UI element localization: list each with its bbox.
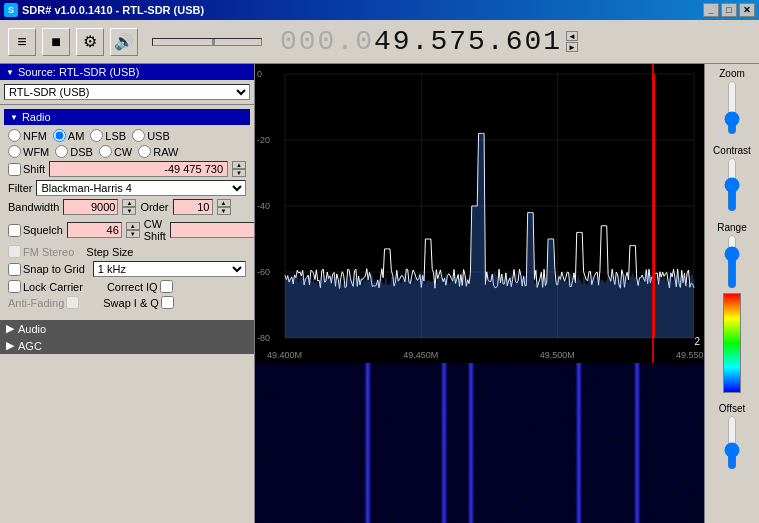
stop-icon: ■ — [51, 33, 61, 51]
order-input[interactable] — [173, 199, 213, 215]
main-area: ▼ Source: RTL-SDR (USB) RTL-SDR (USB) ▼ … — [0, 64, 759, 523]
audio-title: Audio — [18, 323, 46, 335]
anti-fading-checkbox[interactable] — [66, 296, 79, 309]
squelch-input[interactable] — [67, 222, 122, 238]
bw-spinners: ▲ ▼ — [122, 199, 136, 215]
color-scale — [723, 293, 741, 393]
toolbar: ≡ ■ ⚙ 🔊 000.049.575.601 ◄ ► — [0, 20, 759, 64]
source-select[interactable]: RTL-SDR (USB) — [4, 84, 250, 100]
app-icon: S — [4, 3, 18, 17]
dsb-option[interactable]: DSB — [55, 145, 93, 158]
range-control: Range — [717, 222, 746, 393]
usb-option[interactable]: USB — [132, 129, 170, 142]
filter-row: Filter Blackman-Harris 4 Hamming Hann — [8, 180, 246, 196]
cw-option[interactable]: CW — [99, 145, 132, 158]
snap-row: Snap to Grid 1 kHz 5 kHz 10 kHz 12.5 kHz… — [8, 261, 246, 277]
swap-iq-label[interactable]: Swap I & Q — [103, 296, 174, 309]
zoom-slider[interactable] — [723, 80, 741, 135]
source-dropdown-row: RTL-SDR (USB) — [4, 84, 250, 100]
contrast-label: Contrast — [713, 145, 751, 156]
wfm-option[interactable]: WFM — [8, 145, 49, 158]
squelch-up[interactable]: ▲ — [126, 222, 140, 230]
spectrum-and-waterfall: 2 — [255, 64, 704, 523]
shift-value[interactable]: -49 475 730 — [49, 161, 228, 177]
radio-arrow: ▼ — [10, 113, 18, 122]
freq-left-arrow[interactable]: ◄ — [566, 31, 578, 41]
freq-right-arrow[interactable]: ► — [566, 42, 578, 52]
waterfall-canvas — [255, 363, 704, 523]
source-title: Source: RTL-SDR (USB) — [18, 66, 139, 78]
squelch-checkbox[interactable] — [8, 224, 21, 237]
order-down[interactable]: ▼ — [217, 207, 231, 215]
lock-carrier-text: Lock Carrier — [23, 281, 83, 293]
fm-stereo-text: FM Stereo — [23, 246, 74, 258]
bandwidth-input[interactable] — [63, 199, 118, 215]
freq-bright: 49.575.601 — [374, 26, 562, 57]
fm-stereo-checkbox[interactable] — [8, 245, 21, 258]
source-header[interactable]: ▼ Source: RTL-SDR (USB) — [0, 64, 254, 80]
nfm-option[interactable]: NFM — [8, 129, 47, 142]
order-label: Order — [140, 201, 168, 213]
am-option[interactable]: AM — [53, 129, 85, 142]
raw-option[interactable]: RAW — [138, 145, 178, 158]
order-spinners: ▲ ▼ — [217, 199, 231, 215]
order-up[interactable]: ▲ — [217, 199, 231, 207]
snap-text: Snap to Grid — [23, 263, 85, 275]
lock-carrier-label[interactable]: Lock Carrier — [8, 280, 83, 293]
audio-button[interactable]: 🔊 — [110, 28, 138, 56]
shift-checkbox[interactable] — [8, 163, 21, 176]
filter-select[interactable]: Blackman-Harris 4 Hamming Hann — [36, 180, 246, 196]
frequency-display: 000.049.575.601 ◄ ► — [152, 26, 578, 57]
squelch-label[interactable]: Squelch — [8, 224, 63, 237]
shift-up[interactable]: ▲ — [232, 161, 246, 169]
audio-header[interactable]: ▶ Audio — [0, 320, 254, 337]
step-select[interactable]: 1 kHz 5 kHz 10 kHz 12.5 kHz 25 kHz — [93, 261, 246, 277]
antifading-swap-row: Anti-Fading Swap I & Q — [8, 296, 246, 309]
shift-down[interactable]: ▼ — [232, 169, 246, 177]
agc-arrow: ▶ — [6, 339, 14, 352]
fm-stereo-label[interactable]: FM Stereo — [8, 245, 74, 258]
anti-fading-text: Anti-Fading — [8, 297, 64, 309]
correct-iq-checkbox[interactable] — [160, 280, 173, 293]
contrast-control: Contrast — [713, 145, 751, 212]
bw-down[interactable]: ▼ — [122, 207, 136, 215]
cwshift-input[interactable] — [170, 222, 255, 238]
squelch-spinners: ▲ ▼ — [126, 222, 140, 238]
mode-row-1: NFM AM LSB USB — [8, 129, 246, 142]
gear-icon: ⚙ — [83, 32, 97, 51]
shift-checkbox-label[interactable]: Shift — [8, 163, 45, 176]
swap-iq-text: Swap I & Q — [103, 297, 159, 309]
step-size-label: Step Size — [86, 246, 133, 258]
bw-up[interactable]: ▲ — [122, 199, 136, 207]
range-slider[interactable] — [723, 234, 741, 289]
offset-label: Offset — [719, 403, 746, 414]
agc-header[interactable]: ▶ AGC — [0, 337, 254, 354]
settings-button[interactable]: ⚙ — [76, 28, 104, 56]
displays-area: 2 Zoom Contrast Range — [255, 64, 759, 523]
correct-iq-label[interactable]: Correct IQ — [107, 280, 173, 293]
snap-label[interactable]: Snap to Grid — [8, 263, 85, 276]
snap-checkbox[interactable] — [8, 263, 21, 276]
swap-iq-checkbox[interactable] — [161, 296, 174, 309]
radio-header[interactable]: ▼ Radio — [4, 109, 250, 125]
frequency-display-number: 000.049.575.601 — [280, 26, 562, 57]
squelch-down[interactable]: ▼ — [126, 230, 140, 238]
stop-button[interactable]: ■ — [42, 28, 70, 56]
shift-row: Shift -49 475 730 ▲ ▼ — [8, 161, 246, 177]
anti-fading-label[interactable]: Anti-Fading — [8, 296, 79, 309]
lock-carrier-checkbox[interactable] — [8, 280, 21, 293]
left-panel: ▼ Source: RTL-SDR (USB) RTL-SDR (USB) ▼ … — [0, 64, 255, 523]
offset-control: Offset — [719, 403, 746, 470]
freq-slider-area — [152, 38, 272, 46]
frequency-slider[interactable] — [152, 38, 262, 46]
squelch-row: Squelch ▲ ▼ CW Shift ▲ ▼ — [8, 218, 246, 242]
audio-arrow: ▶ — [6, 322, 14, 335]
menu-button[interactable]: ≡ — [8, 28, 36, 56]
window-controls: _ □ ✕ — [703, 3, 755, 17]
maximize-button[interactable]: □ — [721, 3, 737, 17]
minimize-button[interactable]: _ — [703, 3, 719, 17]
lsb-option[interactable]: LSB — [90, 129, 126, 142]
close-button[interactable]: ✕ — [739, 3, 755, 17]
offset-slider[interactable] — [723, 415, 741, 470]
contrast-slider[interactable] — [723, 157, 741, 212]
